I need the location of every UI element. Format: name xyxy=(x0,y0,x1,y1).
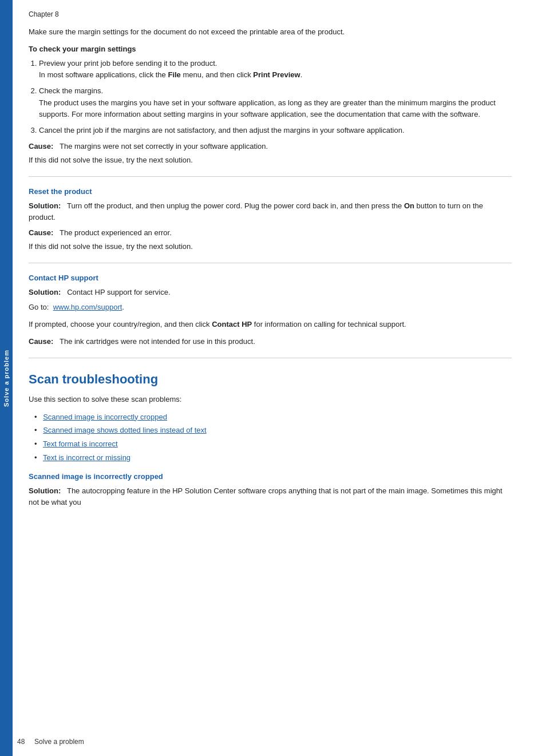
scan-heading: Scan troubleshooting xyxy=(29,372,512,387)
contact-solution-label: Solution: xyxy=(29,288,61,296)
margin-next-solution: If this did not solve the issue, try the… xyxy=(29,155,512,166)
divider-1 xyxy=(29,176,512,177)
margin-cause-label: Cause: xyxy=(29,142,53,151)
margin-step-3: Cancel the print job if the margins are … xyxy=(39,125,512,136)
reset-cause-label: Cause: xyxy=(29,228,53,237)
scan-link-4[interactable]: Text is incorrect or missing xyxy=(43,453,130,462)
scan-link-item-3: Text format is incorrect xyxy=(34,438,512,450)
divider-2 xyxy=(29,263,512,263)
chapter-label: Chapter 8 xyxy=(29,10,512,18)
contact-cause: Cause: The ink cartridges were not inten… xyxy=(29,336,512,347)
step3-main: Cancel the print job if the margins are … xyxy=(39,126,405,134)
intro-text: Make sure the margin settings for the do… xyxy=(29,26,512,38)
page-content: Chapter 8 Make sure the margin settings … xyxy=(17,0,546,529)
margin-cause-text: The margins were not set correctly in yo… xyxy=(60,142,268,151)
sidebar: Solve a problem xyxy=(0,0,13,756)
scan-links-list: Scanned image is incorrectly cropped Sca… xyxy=(34,411,512,464)
page-footer: 48 Solve a problem xyxy=(17,738,84,746)
cropped-title: Scanned image is incorrectly cropped xyxy=(29,472,512,481)
contact-goto-label: Go to: xyxy=(29,303,49,311)
step2-detail: The product uses the margins you have se… xyxy=(39,98,496,118)
divider-3 xyxy=(29,358,512,358)
page-number: 48 xyxy=(17,738,25,746)
contact-goto-link[interactable]: www.hp.com/support xyxy=(53,303,122,311)
scan-link-item-1: Scanned image is incorrectly cropped xyxy=(34,411,512,423)
contact-cause-text: The ink cartridges were not intended for… xyxy=(60,337,255,346)
contact-goto: Go to: www.hp.com/support. xyxy=(29,302,512,313)
reset-next-solution: If this did not solve the issue, try the… xyxy=(29,241,512,252)
scan-link-1[interactable]: Scanned image is incorrectly cropped xyxy=(43,413,167,421)
footer-label: Solve a problem xyxy=(34,738,84,746)
cropped-solution-text: The autocropping feature in the HP Solut… xyxy=(29,486,503,506)
contact-solution: Solution: Contact HP support for service… xyxy=(29,287,512,298)
sidebar-label: Solve a problem xyxy=(3,350,10,407)
contact-prompted: If prompted, choose your country/region,… xyxy=(29,319,512,330)
reset-solution-text: Turn off the product, and then unplug th… xyxy=(29,201,483,221)
margin-step-1: Preview your print job before sending it… xyxy=(39,58,512,81)
scan-intro: Use this section to solve these scan pro… xyxy=(29,394,512,405)
step1-detail: In most software applications, click the… xyxy=(39,70,302,79)
scan-link-3[interactable]: Text format is incorrect xyxy=(43,440,118,448)
scan-link-2[interactable]: Scanned image shows dotted lines instead… xyxy=(43,426,206,434)
margin-step-2: Check the margins. The product uses the … xyxy=(39,85,512,120)
contact-solution-text: Contact HP support for service. xyxy=(67,288,170,296)
scan-link-item-4: Text is incorrect or missing xyxy=(34,452,512,464)
reset-cause-text: The product experienced an error. xyxy=(60,228,172,237)
reset-title: Reset the product xyxy=(29,187,512,196)
cropped-solution: Solution: The autocropping feature in th… xyxy=(29,485,512,508)
scan-link-item-2: Scanned image shows dotted lines instead… xyxy=(34,425,512,437)
step2-main: Check the margins. xyxy=(39,86,103,95)
contact-title: Contact HP support xyxy=(29,274,512,282)
contact-cause-label: Cause: xyxy=(29,337,53,346)
reset-solution: Solution: Turn off the product, and then… xyxy=(29,200,512,223)
reset-cause: Cause: The product experienced an error. xyxy=(29,227,512,239)
margin-section-heading: To check your margin settings xyxy=(29,45,512,53)
cropped-solution-label: Solution: xyxy=(29,486,61,495)
step1-main: Preview your print job before sending it… xyxy=(39,59,217,68)
margin-cause: Cause: The margins were not set correctl… xyxy=(29,141,512,152)
margin-steps-list: Preview your print job before sending it… xyxy=(39,58,512,136)
reset-solution-label: Solution: xyxy=(29,201,61,210)
